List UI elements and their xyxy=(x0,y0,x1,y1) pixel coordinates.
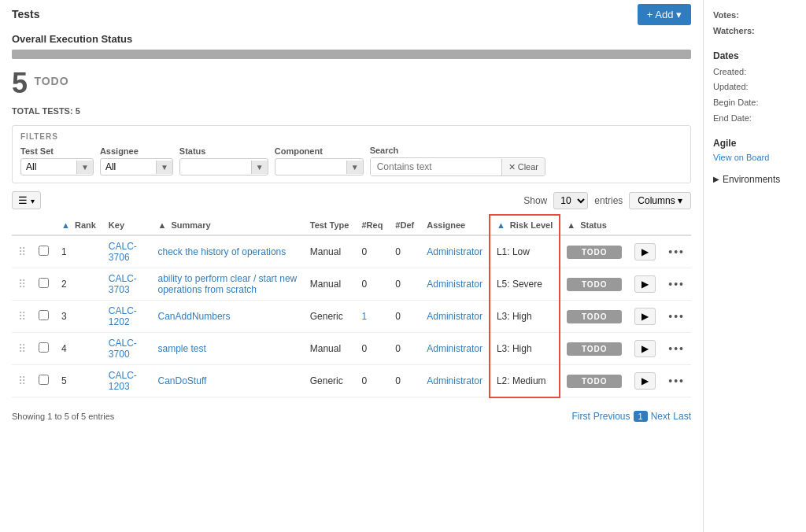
th-summary[interactable]: ▲ Summary xyxy=(152,215,304,235)
environments-toggle[interactable]: ▶ Environments xyxy=(713,174,797,185)
row-checkbox[interactable] xyxy=(39,310,49,320)
search-input[interactable] xyxy=(371,158,501,175)
th-def[interactable]: #Def xyxy=(389,215,420,235)
th-rank[interactable]: ▲ Rank xyxy=(55,215,102,235)
checkbox-cell[interactable] xyxy=(32,301,55,333)
assignee-link[interactable]: Administrator xyxy=(427,311,482,322)
risklevel-cell: L2: Medium xyxy=(490,365,560,397)
status-arrow: ▼ xyxy=(251,161,268,174)
more-button[interactable]: ••• xyxy=(668,246,685,258)
grid-view-button[interactable]: ☰ ▾ xyxy=(12,191,41,209)
environments-label: Environments xyxy=(723,174,780,185)
key-cell[interactable]: CALC-3706 xyxy=(102,235,152,268)
updated-row: Updated: xyxy=(713,79,797,95)
status-select[interactable] xyxy=(180,159,251,175)
more-cell[interactable]: ••• xyxy=(662,333,691,365)
component-select[interactable] xyxy=(275,159,346,175)
play-cell[interactable]: ▶ xyxy=(628,365,662,397)
assignee-link[interactable]: Administrator xyxy=(427,246,482,257)
summary-link[interactable]: check the history of operations xyxy=(158,246,287,257)
key-link[interactable]: CALC-1202 xyxy=(109,305,137,327)
status-filter: Status ▼ xyxy=(179,146,268,175)
add-button[interactable]: + Add ▾ xyxy=(638,4,691,25)
play-cell[interactable]: ▶ xyxy=(628,268,662,301)
play-button[interactable]: ▶ xyxy=(634,308,656,325)
more-button[interactable]: ••• xyxy=(668,375,685,387)
testtype-cell: Manual xyxy=(304,333,356,365)
play-button[interactable]: ▶ xyxy=(634,275,656,293)
row-checkbox[interactable] xyxy=(39,278,49,288)
key-cell[interactable]: CALC-3700 xyxy=(102,333,152,365)
summary-cell[interactable]: check the history of operations xyxy=(152,235,304,268)
search-group: Search ✕ Clear xyxy=(370,146,545,176)
checkbox-cell[interactable] xyxy=(32,268,55,301)
clear-button[interactable]: ✕ Clear xyxy=(501,159,545,175)
assignee-cell[interactable]: Administrator xyxy=(420,268,490,301)
assignee-cell[interactable]: Administrator xyxy=(420,235,490,268)
pagination-first[interactable]: First xyxy=(571,411,590,422)
key-link[interactable]: CALC-1203 xyxy=(109,370,137,392)
assignee-cell[interactable]: Administrator xyxy=(420,301,490,333)
overall-status-title: Overall Execution Status xyxy=(12,33,691,45)
th-assignee[interactable]: Assignee xyxy=(420,215,490,235)
def-cell: 0 xyxy=(389,268,420,301)
more-cell[interactable]: ••• xyxy=(662,268,691,301)
row-checkbox[interactable] xyxy=(39,342,49,353)
drag-handle-cell: ⠿ xyxy=(12,235,32,268)
th-req[interactable]: #Req xyxy=(355,215,389,235)
play-button[interactable]: ▶ xyxy=(634,340,656,357)
pagination-next[interactable]: Next xyxy=(651,411,671,422)
row-checkbox[interactable] xyxy=(39,375,49,385)
play-button[interactable]: ▶ xyxy=(634,372,656,390)
summary-link[interactable]: CanAddNumbers xyxy=(158,311,231,322)
play-cell[interactable]: ▶ xyxy=(628,235,662,268)
play-cell[interactable]: ▶ xyxy=(628,301,662,333)
key-cell[interactable]: CALC-3703 xyxy=(102,268,152,301)
progress-bar-todo xyxy=(12,50,691,59)
key-link[interactable]: CALC-3703 xyxy=(109,273,137,295)
more-cell[interactable]: ••• xyxy=(662,301,691,333)
th-actions xyxy=(628,215,662,235)
assignee-select[interactable]: All xyxy=(101,159,156,175)
assignee-cell[interactable]: Administrator xyxy=(420,333,490,365)
summary-cell[interactable]: sample test xyxy=(152,333,304,365)
checkbox-cell[interactable] xyxy=(32,365,55,397)
status-badge: TODO xyxy=(567,278,622,291)
checkbox-cell[interactable] xyxy=(32,235,55,268)
th-status[interactable]: ▲ Status xyxy=(560,215,628,235)
summary-link[interactable]: sample test xyxy=(158,343,206,354)
row-checkbox[interactable] xyxy=(39,246,49,256)
more-cell[interactable]: ••• xyxy=(662,235,691,268)
columns-button[interactable]: Columns ▾ xyxy=(629,192,691,209)
summary-link[interactable]: ability to perform clear / start new ope… xyxy=(158,273,298,295)
more-button[interactable]: ••• xyxy=(668,278,685,290)
key-link[interactable]: CALC-3700 xyxy=(109,338,137,360)
checkbox-cell[interactable] xyxy=(32,333,55,365)
assignee-link[interactable]: Administrator xyxy=(427,279,482,290)
th-testtype[interactable]: Test Type xyxy=(304,215,356,235)
view-on-board-link[interactable]: View on Board xyxy=(713,153,769,162)
more-button[interactable]: ••• xyxy=(668,310,685,323)
drag-handle-cell: ⠿ xyxy=(12,365,32,397)
more-cell[interactable]: ••• xyxy=(662,365,691,397)
key-cell[interactable]: CALC-1203 xyxy=(102,365,152,397)
summary-cell[interactable]: CanAddNumbers xyxy=(152,301,304,333)
testset-select[interactable]: All xyxy=(21,159,76,175)
key-cell[interactable]: CALC-1202 xyxy=(102,301,152,333)
th-key[interactable]: Key xyxy=(102,215,152,235)
key-link[interactable]: CALC-3706 xyxy=(109,241,137,263)
pagination-last[interactable]: Last xyxy=(673,411,691,422)
play-cell[interactable]: ▶ xyxy=(628,333,662,365)
assignee-cell[interactable]: Administrator xyxy=(420,365,490,397)
assignee-link[interactable]: Administrator xyxy=(427,375,482,386)
summary-cell[interactable]: ability to perform clear / start new ope… xyxy=(152,268,304,301)
def-cell: 0 xyxy=(389,365,420,397)
pagination-previous[interactable]: Previous xyxy=(593,411,630,422)
more-button[interactable]: ••• xyxy=(668,342,685,355)
summary-link[interactable]: CanDoStuff xyxy=(158,375,207,386)
summary-cell[interactable]: CanDoStuff xyxy=(152,365,304,397)
assignee-link[interactable]: Administrator xyxy=(427,343,482,354)
entries-select[interactable]: 10 25 50 xyxy=(553,192,588,209)
play-button[interactable]: ▶ xyxy=(634,243,656,260)
th-risklevel[interactable]: ▲ Risk Level xyxy=(490,215,560,235)
